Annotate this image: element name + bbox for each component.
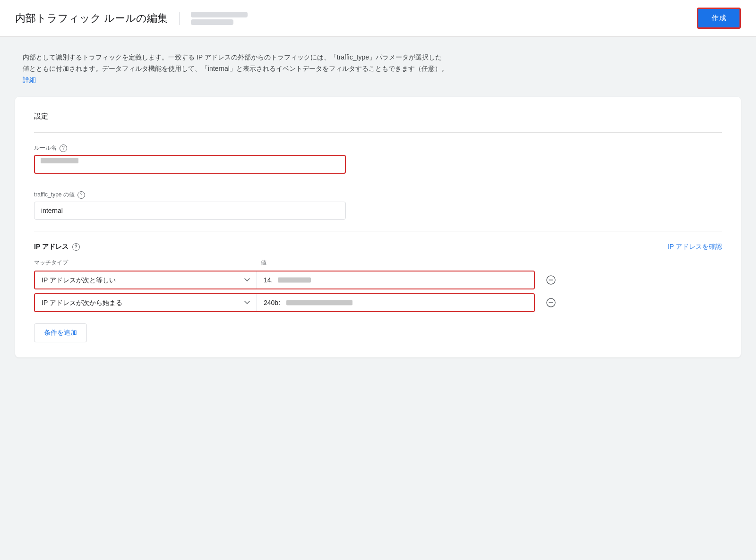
ip-row-2-inner: IP アドレスが次と等しい IP アドレスが次から始まる IP アドレスが次で終… <box>34 293 535 312</box>
description-section: 内部として識別するトラフィックを定義します。一致する IP アドレスの外部からの… <box>0 37 520 97</box>
header-subtitle-line2 <box>191 19 233 25</box>
ip-row-1: IP アドレスが次と等しい IP アドレスが次から始まる IP アドレスが次で終… <box>34 271 722 289</box>
column-labels: マッチタイプ 値 <box>34 259 722 267</box>
ip-row-2: IP アドレスが次と等しい IP アドレスが次から始まる IP アドレスが次で終… <box>34 293 722 312</box>
ip-help-icon[interactable]: ? <box>72 243 80 251</box>
ip-value-input-1[interactable] <box>257 272 534 288</box>
details-link[interactable]: 詳細 <box>23 76 36 84</box>
divider-mid <box>34 231 722 231</box>
traffic-type-group: traffic_type の値 ? <box>34 191 722 220</box>
match-type-select-2[interactable]: IP アドレスが次と等しい IP アドレスが次から始まる IP アドレスが次で終… <box>35 294 257 311</box>
ip-section-header: IP アドレス ? IP アドレスを確認 <box>34 243 722 251</box>
ip-section-label-text: IP アドレス <box>34 243 69 251</box>
traffic-type-label: traffic_type の値 ? <box>34 191 722 199</box>
description-text-content: 内部として識別するトラフィックを定義します。一致する IP アドレスの外部からの… <box>23 53 448 72</box>
rule-name-help-icon[interactable]: ? <box>60 144 67 152</box>
header-left: 内部トラフィック ルールの編集 <box>15 11 248 25</box>
traffic-type-label-text: traffic_type の値 <box>34 191 75 199</box>
rule-name-group: ルール名 ? <box>34 144 722 181</box>
remove-row-1-button[interactable] <box>542 272 559 288</box>
page-wrapper: 内部トラフィック ルールの編集 作成 内部として識別するトラフィックを定義します… <box>0 0 756 560</box>
ip-check-link[interactable]: IP アドレスを確認 <box>668 243 722 251</box>
header-subtitle-line1 <box>191 12 248 17</box>
traffic-type-help-icon[interactable]: ? <box>77 191 85 199</box>
traffic-type-input[interactable] <box>34 202 346 220</box>
settings-card: 設定 ルール名 ? traffic_type の値 ? <box>15 97 741 357</box>
description-text: 内部として識別するトラフィックを定義します。一致する IP アドレスの外部からの… <box>23 52 448 85</box>
rule-name-label: ルール名 ? <box>34 144 722 152</box>
divider-top <box>34 132 722 133</box>
ip-row-1-inner: IP アドレスが次と等しい IP アドレスが次から始まる IP アドレスが次で終… <box>34 271 535 289</box>
remove-row-2-button[interactable] <box>542 294 559 311</box>
create-button[interactable]: 作成 <box>697 8 741 29</box>
match-type-select-1[interactable]: IP アドレスが次と等しい IP アドレスが次から始まる IP アドレスが次で終… <box>35 272 257 288</box>
header: 内部トラフィック ルールの編集 作成 <box>0 0 756 37</box>
rule-name-input[interactable] <box>34 155 346 174</box>
page-title: 内部トラフィック ルールの編集 <box>15 11 168 25</box>
add-condition-button[interactable]: 条件を追加 <box>34 323 87 342</box>
ip-value-input-2[interactable] <box>257 294 534 311</box>
value-column-label: 値 <box>261 259 722 267</box>
rule-name-label-text: ルール名 <box>34 144 57 152</box>
match-type-column-label: マッチタイプ <box>34 259 261 267</box>
header-subtitle-block <box>179 12 248 25</box>
section-title: 設定 <box>34 112 722 121</box>
ip-section-title: IP アドレス ? <box>34 243 80 251</box>
